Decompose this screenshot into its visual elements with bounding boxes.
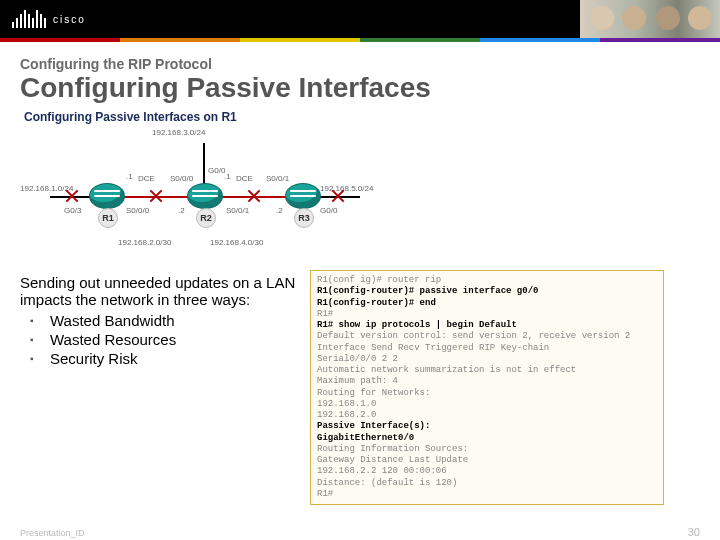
- router-r2-label: R2: [196, 208, 216, 228]
- router-icon: [286, 184, 320, 208]
- x-mark-icon: [150, 190, 162, 202]
- port-g00: G0/0: [320, 206, 337, 215]
- page-number: 30: [688, 526, 700, 538]
- cli-line: Distance: (default is 120): [317, 478, 657, 489]
- x-mark-icon: [66, 190, 78, 202]
- cli-line: R1(config-router)# end: [317, 298, 657, 309]
- link-r2-top: [203, 143, 205, 189]
- cli-line: Serial0/0/0 2 2: [317, 354, 657, 365]
- network-diagram: Configuring Passive Interfaces on R1 192…: [20, 110, 700, 258]
- cli-line: R1#: [317, 309, 657, 320]
- diagram-title: Configuring Passive Interfaces on R1: [24, 110, 700, 124]
- net-top: 192.168.3.0/24: [152, 128, 205, 137]
- dce-label2: DCE: [236, 174, 253, 183]
- cli-line: R1#: [317, 489, 657, 500]
- impact-item: Security Risk: [44, 350, 300, 367]
- cli-line: GigabitEthernet0/0: [317, 433, 657, 444]
- x-mark-icon: [248, 190, 260, 202]
- cli-line: Routing Information Sources:: [317, 444, 657, 455]
- x-mark-icon: [332, 190, 344, 202]
- footer-id: Presentation_ID: [20, 528, 85, 538]
- cli-line: 192.168.2.2 120 00:00:06: [317, 466, 657, 477]
- cli-line: Maximum path: 4: [317, 376, 657, 387]
- cli-line: Interface Send Recv Triggered RIP Key-ch…: [317, 343, 657, 354]
- cisco-logo: cisco: [12, 10, 86, 28]
- top-banner: cisco: [0, 0, 720, 38]
- impact-item: Wasted Bandwidth: [44, 312, 300, 329]
- net-mid1: 192.168.2.0/30: [118, 238, 171, 247]
- addr-d2b: .2: [276, 206, 283, 215]
- port-s001: S0/0/1: [226, 206, 249, 215]
- eyebrow: Configuring the RIP Protocol: [20, 56, 700, 72]
- port-s001b: S0/0/1: [266, 174, 289, 183]
- port-s000: S0/0/0: [126, 206, 149, 215]
- addr-d1a: .1: [126, 172, 133, 181]
- router-icon: [90, 184, 124, 208]
- impact-lead: Sending out unneeded updates on a LAN im…: [20, 274, 295, 308]
- cli-line: R1# show ip protocols | begin Default: [317, 320, 657, 331]
- banner-photo: [580, 0, 720, 38]
- dce-label: DCE: [138, 174, 155, 183]
- cli-output: R1(conf ig)# router rip R1(config-router…: [310, 270, 664, 505]
- impact-item: Wasted Resources: [44, 331, 300, 348]
- router-icon: [188, 184, 222, 208]
- port-g00-top: G0/0: [208, 166, 225, 175]
- cli-line: Default version control: send version 2,…: [317, 331, 657, 342]
- router-r1-label: R1: [98, 208, 118, 228]
- brand-name: cisco: [53, 14, 86, 25]
- cli-line: Gateway Distance Last Update: [317, 455, 657, 466]
- cli-line: 192.168.2.0: [317, 410, 657, 421]
- page-title: Configuring Passive Interfaces: [20, 72, 700, 104]
- cli-line: 192.168.1.0: [317, 399, 657, 410]
- cli-line: Passive Interface(s):: [317, 421, 657, 432]
- cli-line: R1(conf ig)# router rip: [317, 275, 657, 286]
- addr-d2a: .2: [178, 206, 185, 215]
- port-s000b: S0/0/0: [170, 174, 193, 183]
- impact-text: Sending out unneeded updates on a LAN im…: [20, 274, 300, 369]
- addr-d1b: .1: [224, 172, 231, 181]
- net-mid2: 192.168.4.0/30: [210, 238, 263, 247]
- cli-line: Automatic network summarization is not i…: [317, 365, 657, 376]
- router-r3-label: R3: [294, 208, 314, 228]
- port-g03: G0/3: [64, 206, 81, 215]
- cli-line: R1(config-router)# passive interface g0/…: [317, 286, 657, 297]
- cli-line: Routing for Networks:: [317, 388, 657, 399]
- net-right: 192.168.5.0/24: [320, 184, 373, 193]
